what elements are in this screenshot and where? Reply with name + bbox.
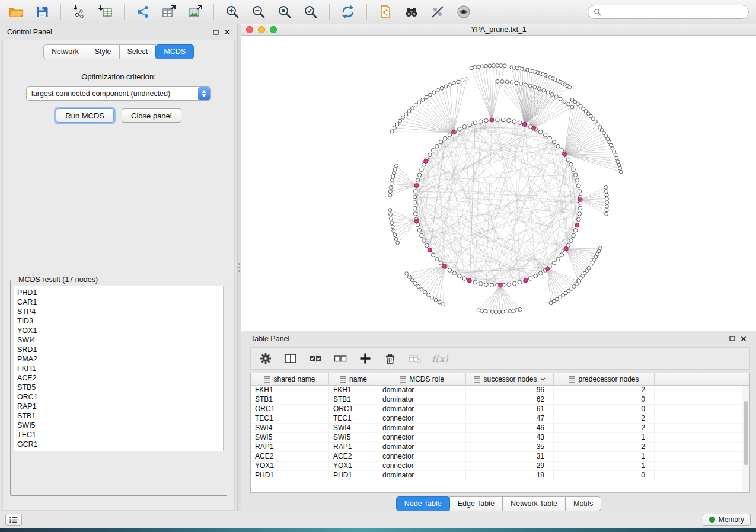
network-canvas[interactable] [241,36,756,331]
table-cell: SWI5 [251,433,329,442]
table-cell: STB1 [329,395,378,404]
panel-menu-button[interactable] [5,514,22,526]
mcds-node-item[interactable]: PMA2 [17,354,220,364]
table-cell: 1 [554,462,655,470]
tab-style[interactable]: Style [87,44,120,59]
table-row[interactable]: TEC1TEC1connector472 [251,414,749,424]
memory-status-icon [709,517,715,523]
mcds-node-item[interactable]: YOX1 [17,326,220,335]
mcds-node-item[interactable]: TEC1 [17,430,220,440]
network-graph[interactable] [241,36,756,331]
column-header-name[interactable]: name [329,373,378,385]
mcds-node-item[interactable]: GCR1 [17,440,220,449]
refresh-layout-icon[interactable] [339,3,357,21]
toolbar-separator [366,4,367,20]
table-cell: connector [378,433,466,442]
mcds-node-item[interactable]: RAP1 [17,402,220,411]
open-folder-icon[interactable] [7,3,25,21]
table-row[interactable]: STB1STB1dominator620 [251,395,749,405]
zoom-out-icon[interactable] [250,3,267,21]
table-cell: dominator [378,471,466,480]
mcds-result-title: MCDS result (17 nodes) [16,275,100,284]
import-table-icon[interactable] [97,3,114,21]
close-panel-button[interactable]: Close panel [122,108,181,123]
column-header-predecessor-nodes[interactable]: predecessor nodes [554,373,655,385]
export-table-icon[interactable] [160,3,178,21]
table-row[interactable]: SWI4SWI4dominator462 [251,424,749,433]
table-cell: FKH1 [251,386,329,395]
delete-column-icon[interactable] [382,351,398,366]
scrollbar-thumb[interactable] [744,401,748,465]
add-column-icon[interactable] [358,351,373,366]
table-cell: connector [378,462,466,470]
criterion-dropdown[interactable]: largest connected component (undirected) [26,86,211,101]
mcds-node-item[interactable]: SWI4 [17,335,220,345]
zoom-selected-icon[interactable] [302,3,320,21]
zoom-fit-icon[interactable] [276,3,294,21]
mcds-node-item[interactable]: TID3 [17,316,220,326]
mcds-node-item[interactable]: SWI5 [17,421,220,430]
mcds-result-list[interactable]: PHD1CAR1STP4TID3YOX1SWI4SRD1PMA2FKH1ACE2… [14,286,224,451]
table-row[interactable]: ORC1ORC1dominator610 [251,405,749,414]
desktop-wallpaper-strip [0,528,756,532]
zoom-in-icon[interactable] [224,3,241,21]
tab-motifs[interactable]: Motifs [565,496,601,511]
mcds-node-item[interactable]: STB5 [17,383,220,392]
float-icon[interactable] [213,30,219,35]
export-network-icon[interactable] [134,3,152,21]
table-row[interactable]: YOX1YOX1connector291 [251,462,749,471]
mcds-node-item[interactable]: ACE2 [17,373,220,383]
column-header-successor-nodes[interactable]: successor nodes [466,373,554,385]
table-cell: RAP1 [251,443,329,451]
hide-selected-icon[interactable] [429,3,446,21]
deselect-all-icon[interactable] [333,351,348,366]
export-image-icon[interactable] [186,3,204,21]
mcds-node-item[interactable]: CAR1 [17,297,220,307]
first-neighbors-icon[interactable] [403,3,420,21]
tab-select[interactable]: Select [119,44,157,59]
search-box[interactable] [588,5,749,19]
run-mcds-button[interactable]: Run MCDS [56,108,114,123]
rename-column-icon-disabled [407,351,423,366]
eye-icon[interactable] [455,3,473,21]
column-header-mcds-role[interactable]: MCDS role [378,373,466,385]
mcds-node-item[interactable]: FKH1 [17,364,220,373]
close-icon[interactable] [224,29,230,35]
column-header-shared-name[interactable]: shared name [251,373,329,385]
search-icon [594,8,601,16]
table-row[interactable]: FKH1FKH1dominator962 [251,386,749,395]
float-icon[interactable] [729,336,735,341]
tab-network[interactable]: Network [43,44,87,59]
select-all-icon[interactable] [308,351,323,366]
close-icon[interactable] [741,336,747,342]
mcds-node-item[interactable]: STB1 [17,411,220,421]
mcds-node-item[interactable]: SRD1 [17,345,220,354]
save-session-icon[interactable] [33,3,51,21]
tab-edge-table[interactable]: Edge Table [449,496,503,511]
mcds-node-item[interactable]: PHD1 [17,288,220,297]
table-panel-tabs: Node TableEdge TableNetwork TableMotifs [241,493,756,511]
table-row[interactable]: ACE2ACE2connector311 [251,452,749,462]
close-window-icon[interactable] [246,26,253,33]
maximize-window-icon[interactable] [270,26,277,33]
vertical-splitter[interactable] [237,24,241,511]
show-columns-icon[interactable] [283,351,298,366]
tab-network-table[interactable]: Network Table [502,496,566,511]
minimize-window-icon[interactable] [258,26,265,33]
network-view-titlebar[interactable]: YPA_prune.txt_1 [241,24,756,36]
table-scrollbar[interactable] [742,386,749,492]
tab-node-table[interactable]: Node Table [396,496,450,511]
table-row[interactable]: SWI5SWI5connector431 [251,433,749,443]
mcds-node-item[interactable]: ORC1 [17,392,220,402]
table-cell: dominator [378,395,466,404]
memory-button[interactable]: Memory [703,514,751,526]
mcds-node-item[interactable]: STP4 [17,307,220,316]
table-row[interactable]: RAP1RAP1dominator352 [251,443,749,452]
import-network-icon[interactable] [71,3,88,21]
table-cell: 35 [466,443,554,451]
search-input[interactable] [605,8,743,16]
table-row[interactable]: PHD1PHD1dominator180 [251,471,749,480]
gear-icon[interactable] [258,351,273,366]
tab-mcds[interactable]: MCDS [155,44,194,59]
clone-network-icon[interactable] [377,3,394,21]
